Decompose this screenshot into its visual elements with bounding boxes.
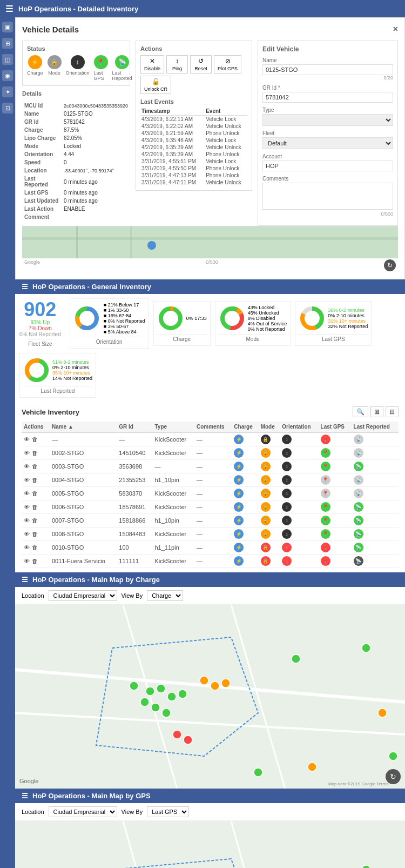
delete-icon[interactable]: 🗑 xyxy=(32,436,38,443)
mode-legend: 43% Locked 45% Unlocked 8% Disabled 4% O… xyxy=(248,305,287,332)
eye-icon[interactable]: 👁 xyxy=(24,490,30,497)
delete-icon[interactable]: 🗑 xyxy=(32,504,38,510)
grid-btn[interactable]: ⊞ xyxy=(370,406,383,417)
last-events-label: Last Events xyxy=(140,98,247,105)
grid-input[interactable] xyxy=(262,92,393,103)
reported-2-10: 0% 2-10 minutes xyxy=(52,365,92,370)
filter-btn[interactable]: ⊟ xyxy=(386,406,399,417)
sidebar-icon-3[interactable]: ◫ xyxy=(2,54,13,65)
table-row: ModeLocked xyxy=(23,143,129,150)
name-input[interactable] xyxy=(262,64,393,75)
svg-point-34 xyxy=(162,709,171,717)
col-name[interactable]: Name ▲ xyxy=(50,422,117,432)
location-select-3[interactable]: Ciudad Empresarial xyxy=(49,590,117,601)
eye-icon[interactable]: 👁 xyxy=(24,544,30,551)
sidebar-icon-5[interactable]: ✦ xyxy=(2,86,13,97)
comments-textarea[interactable] xyxy=(262,183,393,210)
orientation-label: Orientation xyxy=(66,70,90,76)
comments-field: Comments 0/500 xyxy=(262,176,393,217)
nav-title-2: HoP Operations - General Inventory xyxy=(32,283,151,291)
events-header: Timestamp Event xyxy=(140,107,247,116)
mode-donut-svg xyxy=(219,305,246,332)
map-google-label: Google xyxy=(24,259,40,271)
svg-point-37 xyxy=(221,679,230,687)
eye-icon[interactable]: 👁 xyxy=(24,558,30,564)
reset-button[interactable]: ↺ Reset xyxy=(190,55,212,74)
reported-dot: 📡 xyxy=(354,556,363,566)
table-row: Location-33.40001°, -70.59174° xyxy=(23,167,129,174)
delete-icon[interactable]: 🗑 xyxy=(32,531,38,537)
eye-icon[interactable]: 👁 xyxy=(24,436,30,443)
fleet-size-block: 902 93% Up 7% Down 0% Not Reported Fleet… xyxy=(19,300,61,347)
eye-icon[interactable]: 👁 xyxy=(24,450,30,456)
orientation-inner: ■ 21% Below 17 ■ 1% 33-50 ■ 16% 67-84 ■ … xyxy=(73,302,145,335)
disable-button[interactable]: ✕ Disable xyxy=(140,55,164,74)
map-charge-refresh[interactable]: ↻ xyxy=(386,769,401,784)
name-label: Name xyxy=(262,57,393,63)
stats-main-row: 902 93% Up 7% Down 0% Not Reported Fleet… xyxy=(15,294,405,402)
table-row: 4/3/2019, 6:21:59 AMPhone Unlock xyxy=(140,130,247,137)
table-row: 4/3/2019, 6:22:11 AMVehicle Lock xyxy=(140,116,247,123)
eye-icon[interactable]: 👁 xyxy=(24,531,30,537)
charge-dot: ⚡ xyxy=(234,543,244,552)
delete-icon[interactable]: 🗑 xyxy=(32,450,38,456)
hamburger-icon[interactable]: ☰ xyxy=(5,4,13,14)
delete-icon[interactable]: 🗑 xyxy=(32,544,38,551)
delete-icon[interactable]: 🗑 xyxy=(32,463,38,470)
inventory-header-row: Actions Name ▲ GR Id Type Comments Charg… xyxy=(22,422,399,432)
account-input[interactable] xyxy=(262,161,393,171)
orientation-16-67: ■ 16% 67-84 xyxy=(104,313,145,318)
fleet-select[interactable]: Default xyxy=(262,137,393,149)
orient-dot: ↕ xyxy=(282,516,292,525)
gps-dot: 📍 xyxy=(321,435,330,444)
eye-icon[interactable]: 👁 xyxy=(24,504,30,510)
col-mode: Mode xyxy=(259,422,280,432)
type-select[interactable] xyxy=(262,114,393,126)
mode-dot: 🔒 xyxy=(261,556,271,566)
svg-point-39 xyxy=(184,736,192,744)
hamburger-4[interactable]: ☰ xyxy=(22,792,28,800)
delete-icon[interactable]: 🗑 xyxy=(32,477,38,483)
location-select-4[interactable]: Ciudad Empresarial xyxy=(49,806,117,817)
charge-label: Charge xyxy=(27,70,43,76)
gps-dot: 📍 xyxy=(321,556,330,566)
charge-label: Charge xyxy=(157,334,207,342)
mode-out-of-service: 4% Out of Service xyxy=(248,321,287,326)
last-reported-label: Last Reported xyxy=(112,70,132,81)
plot-gps-button[interactable]: ⊘ Plot GPS xyxy=(214,55,241,74)
panel-title-row: Vehicle Details × xyxy=(22,24,398,34)
sidebar-icon-6[interactable]: ⊡ xyxy=(2,103,13,113)
orientation-icon: ↕ xyxy=(71,55,85,69)
table-row: 👁🗑 0007-STGO15818866h1_10pin— ⚡ 🔒 ↕ 📍 📡 xyxy=(22,514,399,528)
eye-icon[interactable]: 👁 xyxy=(24,463,30,470)
svg-rect-3 xyxy=(130,226,132,258)
ping-button[interactable]: ↕ Ping xyxy=(166,55,188,74)
delete-icon[interactable]: 🗑 xyxy=(32,517,38,524)
delete-icon[interactable]: 🗑 xyxy=(32,490,38,497)
actions-label: Actions xyxy=(140,45,247,52)
hamburger-2[interactable]: ☰ xyxy=(22,283,28,291)
table-row: Last Updated0 minutes ago xyxy=(23,197,129,204)
mode-dot: 🔒 xyxy=(261,462,271,471)
hamburger-3[interactable]: ☰ xyxy=(22,576,28,584)
sidebar-icon-2[interactable]: ⊞ xyxy=(2,38,13,49)
left-column: Status ⚡ Charge 🔒 Mode ↕ xyxy=(22,41,130,226)
eye-icon[interactable]: 👁 xyxy=(24,517,30,524)
mode-locked: 43% Locked xyxy=(248,305,287,310)
refresh-button[interactable]: ↻ xyxy=(384,259,396,271)
view-by-select-4[interactable]: Last GPS xyxy=(147,806,189,817)
sidebar-icon-1[interactable]: ▣ xyxy=(2,22,13,32)
ping-icon: ↕ xyxy=(176,57,179,65)
sidebar-icon-4[interactable]: ◉ xyxy=(2,70,13,81)
vehicle-details-grid: Status ⚡ Charge 🔒 Mode ↕ xyxy=(22,41,398,226)
unlock-cr-button[interactable]: 🔓 Unlock CR xyxy=(140,76,171,94)
search-btn[interactable]: 🔍 xyxy=(353,406,368,417)
disable-icon: ✕ xyxy=(150,57,155,65)
view-by-select-3[interactable]: Charge xyxy=(147,590,183,601)
close-button[interactable]: × xyxy=(393,24,398,34)
delete-icon[interactable]: 🗑 xyxy=(32,558,38,564)
map-svg xyxy=(22,226,398,258)
eye-icon[interactable]: 👁 xyxy=(24,477,30,483)
status-label: Status xyxy=(27,45,125,52)
svg-point-31 xyxy=(178,690,187,698)
